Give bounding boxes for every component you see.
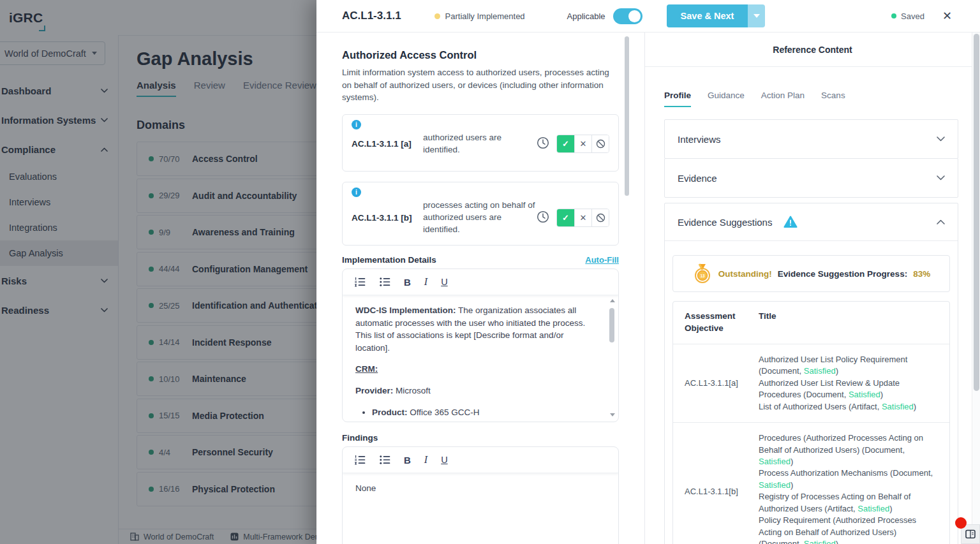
status-dot-icon bbox=[434, 13, 440, 19]
modal-body: Authorized Access Control Limit informat… bbox=[316, 33, 980, 544]
ordered-list-button[interactable] bbox=[354, 454, 366, 466]
findings-editor: B I U None bbox=[342, 446, 619, 544]
objective-status-buttons: ✓ ✕ bbox=[556, 209, 609, 227]
evidence-title-line: Procedures (Authorized Processes Acting … bbox=[759, 432, 940, 467]
progress-value: 83% bbox=[913, 269, 930, 279]
objective-text: processes acting on behalf of authorized… bbox=[423, 200, 536, 236]
chevron-up-icon[interactable] bbox=[937, 219, 945, 224]
implementation-status: Partially Implemented bbox=[434, 11, 525, 21]
editor-scrollbar[interactable] bbox=[609, 299, 615, 416]
not-met-x-button[interactable]: ✕ bbox=[574, 135, 591, 152]
ordered-list-button[interactable] bbox=[354, 276, 366, 288]
bold-button[interactable]: B bbox=[404, 277, 411, 288]
objective-text: authorized users are identified. bbox=[423, 132, 536, 156]
evidence-title-line: Authorized User List Review & Update Pro… bbox=[759, 378, 940, 401]
reader-icon bbox=[965, 529, 976, 539]
save-options-dropdown[interactable] bbox=[748, 4, 765, 27]
objective-id: AC.L1-3.1.1 [a] bbox=[352, 139, 423, 149]
reference-panel: Reference Content ProfileGuidanceAction … bbox=[644, 33, 980, 544]
bold-button[interactable]: B bbox=[404, 455, 411, 466]
objective-id: AC.L1-3.1.1 [b] bbox=[352, 213, 423, 223]
evidence-suggestions-body: 13 Outstanding! Evidence Suggestion Prog… bbox=[665, 241, 958, 544]
chevron-down-icon[interactable] bbox=[937, 136, 945, 142]
control-title: Authorized Access Control bbox=[342, 49, 619, 61]
progress-banner: 13 Outstanding! Evidence Suggestion Prog… bbox=[672, 255, 950, 292]
accordion-header[interactable]: Evidence bbox=[664, 158, 958, 198]
close-icon[interactable]: ✕ bbox=[942, 10, 952, 22]
control-editor-column: Authorized Access Control Limit informat… bbox=[316, 33, 644, 544]
column-assessment-objective: Assessment Objective bbox=[673, 302, 755, 344]
saved-dot-icon bbox=[891, 13, 896, 18]
met-check-button[interactable]: ✓ bbox=[557, 209, 574, 226]
underline-button[interactable]: U bbox=[441, 455, 447, 465]
italic-button[interactable]: I bbox=[424, 454, 427, 466]
saved-indicator: Saved bbox=[891, 11, 924, 21]
table-row: AC.L1-3.1.1[a] Authorized User List Poli… bbox=[673, 344, 949, 423]
window-scrollbar[interactable] bbox=[972, 33, 980, 544]
reference-panel-title: Reference Content bbox=[645, 33, 980, 67]
underline-button[interactable]: U bbox=[441, 277, 447, 287]
control-id: AC.L1-3.1.1 bbox=[342, 10, 401, 22]
editor-toolbar: B I U bbox=[343, 269, 618, 295]
evidence-title-line: List of Authorized Users (Artifact, Sati… bbox=[759, 401, 940, 413]
implementation-editor: B I U WDC-IS Implementation: The organiz… bbox=[342, 268, 619, 422]
accordion-header[interactable]: Interviews bbox=[664, 119, 958, 159]
evidence-title-line: Authorized User List Policy Requirement … bbox=[759, 354, 940, 378]
column-title: Title bbox=[755, 302, 949, 344]
evidence-suggestions-card: Evidence Suggestions 13 Outstandi bbox=[664, 203, 958, 544]
warning-icon bbox=[783, 216, 798, 228]
svg-text:13: 13 bbox=[700, 274, 705, 278]
tab[interactable]: Profile bbox=[664, 91, 691, 107]
scroll-down-icon[interactable] bbox=[610, 413, 615, 416]
history-clock-icon[interactable] bbox=[536, 210, 550, 226]
not-applicable-button[interactable] bbox=[591, 135, 609, 152]
evidence-title-line: Process Authorization Mechanisms (Docume… bbox=[759, 467, 940, 491]
accordion-label: Interviews bbox=[678, 134, 721, 145]
applicable-toggle[interactable] bbox=[613, 8, 642, 24]
tab[interactable]: Action Plan bbox=[761, 91, 805, 107]
evidence-suggestions-header[interactable]: Evidence Suggestions bbox=[665, 203, 958, 241]
control-description: Limit information system access to autho… bbox=[342, 66, 615, 104]
auto-fill-link[interactable]: Auto-Fill bbox=[585, 255, 619, 265]
chevron-down-icon[interactable] bbox=[937, 175, 945, 180]
findings-text[interactable]: None bbox=[343, 473, 618, 544]
editor-toolbar: B I U bbox=[343, 447, 618, 473]
findings-label: Findings bbox=[342, 433, 619, 443]
notification-dot bbox=[955, 517, 967, 529]
save-next-button[interactable]: Save & Next bbox=[667, 4, 748, 27]
medal-icon: 13 bbox=[692, 263, 713, 284]
table-row: AC.L1-3.1.1[b] Procedures (Authorized Pr… bbox=[673, 423, 949, 544]
reference-cards: Interviews Evidence Evidence Suggestions bbox=[645, 107, 980, 544]
accordion-label: Evidence bbox=[678, 173, 717, 184]
control-detail-modal: AC.L1-3.1.1 Partially Implemented Applic… bbox=[316, 0, 980, 544]
implementation-details-label: Implementation Details bbox=[342, 255, 436, 265]
implementation-text[interactable]: WDC-IS Implementation: The organization … bbox=[343, 295, 618, 422]
evidence-title-line: Policy Requirement (Authorized Processes… bbox=[759, 515, 940, 544]
info-icon[interactable]: i bbox=[352, 187, 361, 197]
bullet-list-button[interactable] bbox=[379, 454, 390, 466]
not-applicable-button[interactable] bbox=[591, 209, 609, 226]
met-check-button[interactable]: ✓ bbox=[557, 135, 574, 152]
assessment-objective-cell: AC.L1-3.1.1[b] bbox=[673, 423, 755, 544]
scroll-up-icon[interactable] bbox=[610, 299, 615, 302]
not-met-x-button[interactable]: ✕ bbox=[574, 209, 591, 226]
tab[interactable]: Guidance bbox=[708, 91, 745, 107]
italic-button[interactable]: I bbox=[424, 276, 427, 288]
objective-status-buttons: ✓ ✕ bbox=[556, 135, 609, 153]
chevron-down-icon bbox=[754, 14, 760, 18]
tab[interactable]: Scans bbox=[821, 91, 845, 107]
column-scrollbar[interactable] bbox=[625, 36, 629, 196]
reference-tabs: ProfileGuidanceAction PlanScans bbox=[645, 77, 980, 107]
app-root: iGRC World of DemoCraft Dashboard Inform… bbox=[0, 0, 980, 544]
applicable-control: Applicable bbox=[567, 8, 642, 24]
suggestions-table-body: AC.L1-3.1.1[a] Authorized User List Poli… bbox=[673, 344, 949, 544]
bullet-list-button[interactable] bbox=[379, 276, 390, 288]
history-clock-icon[interactable] bbox=[536, 136, 550, 152]
table-header: Assessment Objective Title bbox=[673, 302, 949, 344]
title-cell: Procedures (Authorized Processes Acting … bbox=[755, 423, 949, 544]
info-icon[interactable]: i bbox=[352, 120, 361, 129]
modal-header: AC.L1-3.1.1 Partially Implemented Applic… bbox=[316, 0, 980, 33]
objective-card-a: i AC.L1-3.1.1 [a] authorized users are i… bbox=[342, 114, 619, 172]
assessment-objective-cell: AC.L1-3.1.1[a] bbox=[673, 344, 755, 422]
objective-card-b: i AC.L1-3.1.1 [b] processes acting on be… bbox=[342, 182, 619, 246]
